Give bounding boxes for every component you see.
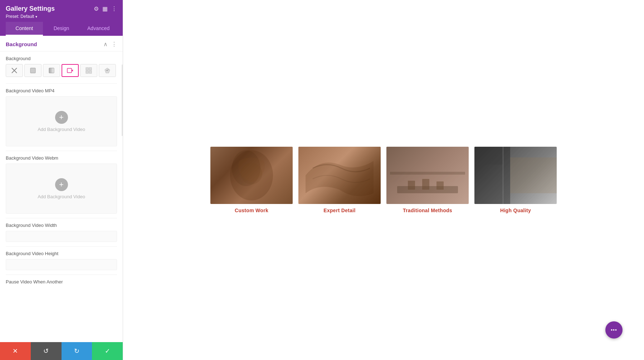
right-content: Custom Work Expert Detail bbox=[123, 0, 644, 360]
svg-rect-2 bbox=[30, 68, 35, 73]
svg-rect-4 bbox=[67, 68, 72, 73]
cancel-button[interactable]: ✕ bbox=[0, 342, 31, 360]
height-label: Background Video Height bbox=[6, 251, 117, 256]
webm-label: Background Video Webm bbox=[6, 155, 117, 161]
bg-type-mask[interactable] bbox=[99, 64, 116, 77]
fab-button[interactable]: ••• bbox=[605, 321, 623, 339]
width-field-group: Background Video Width bbox=[0, 218, 123, 246]
width-input[interactable] bbox=[6, 231, 117, 242]
height-input[interactable] bbox=[6, 259, 117, 270]
gallery-img-2 bbox=[298, 147, 381, 204]
pause-label: Pause Video When Another bbox=[6, 279, 117, 284]
scrollbar[interactable] bbox=[122, 64, 123, 136]
bg-type-gradient[interactable] bbox=[43, 64, 60, 77]
svg-rect-3 bbox=[49, 68, 54, 73]
width-label: Background Video Width bbox=[6, 223, 117, 228]
panel-header-icons: ⚙ ▦ ⋮ bbox=[94, 5, 117, 12]
collapse-icon[interactable]: ∧ bbox=[103, 41, 108, 48]
tab-advanced[interactable]: Advanced bbox=[80, 22, 117, 36]
gallery-caption-4: High Quality bbox=[500, 208, 531, 213]
mp4-upload-label: Add Background Video bbox=[38, 127, 85, 132]
bg-type-icons bbox=[6, 64, 117, 77]
height-field-group: Background Video Height bbox=[0, 247, 123, 274]
left-panel: Gallery Settings ⚙ ▦ ⋮ Preset: Default ▾… bbox=[0, 0, 123, 360]
gallery-caption-3: Traditional Methods bbox=[403, 208, 452, 213]
fab-icon: ••• bbox=[611, 327, 617, 333]
section-header-icons: ∧ ⋮ bbox=[103, 41, 117, 48]
redo-button[interactable]: ↻ bbox=[62, 342, 92, 360]
panel-tabs: Content Design Advanced bbox=[6, 22, 117, 36]
gallery-caption-1: Custom Work bbox=[235, 208, 268, 213]
svg-rect-19 bbox=[474, 147, 503, 165]
mp4-upload-icon: + bbox=[55, 111, 68, 124]
gallery-item-2[interactable]: Expert Detail bbox=[298, 147, 381, 213]
background-label: Background bbox=[6, 56, 117, 61]
undo-button[interactable]: ↺ bbox=[31, 342, 62, 360]
bottom-toolbar: ✕ ↺ ↻ ✓ bbox=[0, 342, 123, 360]
gallery-item-1[interactable]: Custom Work bbox=[210, 147, 293, 213]
section-title: Background bbox=[6, 41, 37, 47]
gallery-img-3 bbox=[386, 147, 469, 204]
tab-content[interactable]: Content bbox=[6, 22, 43, 36]
svg-rect-8 bbox=[86, 71, 88, 73]
bg-type-color[interactable] bbox=[24, 64, 42, 77]
mp4-upload-area[interactable]: + Add Background Video bbox=[6, 96, 117, 146]
mp4-label: Background Video MP4 bbox=[6, 88, 117, 93]
bg-type-pattern[interactable] bbox=[80, 64, 97, 77]
svg-rect-15 bbox=[422, 179, 429, 190]
svg-rect-7 bbox=[89, 68, 92, 70]
options-icon[interactable]: ⋮ bbox=[111, 41, 117, 48]
svg-rect-17 bbox=[390, 172, 465, 175]
more-icon[interactable]: ⋮ bbox=[111, 5, 117, 12]
webm-upload-area[interactable]: + Add Background Video bbox=[6, 164, 117, 214]
background-field-group: Background bbox=[0, 52, 123, 83]
gallery-img-1 bbox=[210, 147, 293, 204]
preset-label[interactable]: Preset: Default ▾ bbox=[6, 14, 117, 19]
panel-content: Background ∧ ⋮ Background bbox=[0, 36, 123, 360]
webm-upload-icon: + bbox=[55, 178, 68, 191]
bg-type-none[interactable] bbox=[6, 64, 23, 77]
mp4-field-group: Background Video MP4 + Add Background Vi… bbox=[0, 84, 123, 151]
settings-icon[interactable]: ⚙ bbox=[94, 5, 99, 12]
svg-rect-16 bbox=[436, 181, 444, 190]
svg-rect-9 bbox=[89, 71, 92, 73]
panel-header-top: Gallery Settings ⚙ ▦ ⋮ bbox=[6, 5, 117, 13]
tab-design[interactable]: Design bbox=[43, 22, 80, 36]
svg-rect-21 bbox=[510, 157, 557, 193]
gallery-img-4 bbox=[474, 147, 557, 204]
save-button[interactable]: ✓ bbox=[92, 342, 123, 360]
bg-type-video[interactable] bbox=[62, 64, 79, 77]
gallery-item-4[interactable]: High Quality bbox=[474, 147, 557, 213]
gallery-caption-2: Expert Detail bbox=[323, 208, 356, 213]
gallery-item-3[interactable]: Traditional Methods bbox=[386, 147, 469, 213]
webm-upload-label: Add Background Video bbox=[38, 194, 85, 199]
pause-field-group: Pause Video When Another bbox=[0, 275, 123, 292]
panel-header: Gallery Settings ⚙ ▦ ⋮ Preset: Default ▾… bbox=[0, 0, 123, 36]
columns-icon[interactable]: ▦ bbox=[102, 5, 108, 12]
gallery-grid: Custom Work Expert Detail bbox=[196, 132, 571, 228]
svg-rect-6 bbox=[86, 68, 88, 70]
section-header: Background ∧ ⋮ bbox=[0, 36, 123, 52]
svg-rect-14 bbox=[408, 181, 415, 190]
panel-title: Gallery Settings bbox=[6, 5, 55, 13]
webm-field-group: Background Video Webm + Add Background V… bbox=[0, 151, 123, 218]
